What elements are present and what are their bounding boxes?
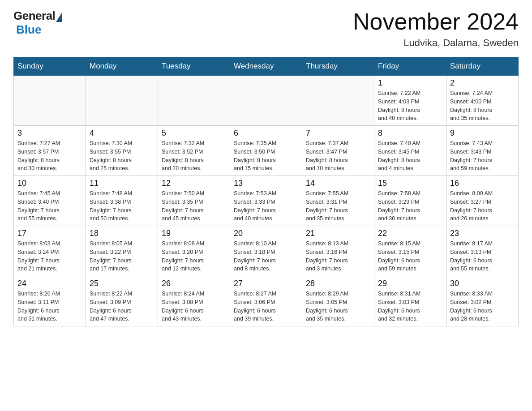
day-number: 20: [234, 229, 298, 238]
calendar-cell: 30Sunrise: 8:33 AM Sunset: 3:02 PM Dayli…: [446, 276, 519, 326]
day-info: Sunrise: 8:15 AM Sunset: 3:15 PM Dayligh…: [378, 240, 442, 273]
calendar-cell: [86, 76, 158, 126]
day-info: Sunrise: 7:30 AM Sunset: 3:55 PM Dayligh…: [90, 139, 154, 173]
day-info: Sunrise: 7:55 AM Sunset: 3:31 PM Dayligh…: [306, 189, 370, 223]
calendar-cell: 17Sunrise: 8:03 AM Sunset: 3:24 PM Dayli…: [14, 226, 86, 276]
day-info: Sunrise: 7:53 AM Sunset: 3:33 PM Dayligh…: [234, 189, 298, 223]
day-number: 17: [17, 229, 82, 238]
page-header: General Blue November 2024 Ludvika, Dala…: [13, 9, 519, 49]
day-number: 14: [306, 179, 370, 188]
calendar-cell: [230, 76, 302, 126]
day-number: 24: [17, 279, 82, 288]
day-number: 22: [378, 229, 442, 238]
day-info: Sunrise: 8:00 AM Sunset: 3:27 PM Dayligh…: [450, 189, 515, 223]
day-info: Sunrise: 7:45 AM Sunset: 3:40 PM Dayligh…: [17, 189, 82, 223]
day-number: 28: [306, 279, 370, 288]
day-number: 30: [450, 279, 515, 288]
calendar-cell: 29Sunrise: 8:31 AM Sunset: 3:03 PM Dayli…: [374, 276, 446, 326]
day-number: 16: [450, 179, 515, 188]
day-number: 4: [90, 128, 154, 138]
day-number: 27: [234, 279, 298, 288]
weekday-header-sunday: Sunday: [14, 57, 86, 76]
logo-triangle-icon: [56, 12, 62, 22]
calendar-cell: 10Sunrise: 7:45 AM Sunset: 3:40 PM Dayli…: [14, 176, 86, 226]
calendar-cell: 23Sunrise: 8:17 AM Sunset: 3:13 PM Dayli…: [446, 226, 519, 276]
day-number: 19: [162, 229, 226, 238]
day-number: 3: [17, 128, 82, 138]
day-info: Sunrise: 7:37 AM Sunset: 3:47 PM Dayligh…: [306, 139, 370, 173]
day-info: Sunrise: 8:05 AM Sunset: 3:22 PM Dayligh…: [90, 240, 154, 273]
day-info: Sunrise: 7:40 AM Sunset: 3:45 PM Dayligh…: [378, 139, 442, 173]
calendar-header: SundayMondayTuesdayWednesdayThursdayFrid…: [14, 57, 519, 76]
calendar-subtitle: Ludvika, Dalarna, Sweden: [353, 37, 519, 49]
day-info: Sunrise: 8:31 AM Sunset: 3:03 PM Dayligh…: [378, 290, 442, 323]
day-number: 23: [450, 229, 515, 238]
weekday-header-tuesday: Tuesday: [158, 57, 230, 76]
calendar-cell: 8Sunrise: 7:40 AM Sunset: 3:45 PM Daylig…: [374, 126, 446, 176]
calendar-cell: 16Sunrise: 8:00 AM Sunset: 3:27 PM Dayli…: [446, 176, 519, 226]
calendar-cell: [14, 76, 86, 126]
calendar-cell: 25Sunrise: 8:22 AM Sunset: 3:09 PM Dayli…: [86, 276, 158, 326]
weekday-header-monday: Monday: [86, 57, 158, 76]
calendar-cell: 5Sunrise: 7:32 AM Sunset: 3:52 PM Daylig…: [158, 126, 230, 176]
weekday-header-saturday: Saturday: [446, 57, 519, 76]
day-number: 2: [450, 78, 515, 88]
day-number: 11: [90, 179, 154, 188]
day-info: Sunrise: 8:27 AM Sunset: 3:06 PM Dayligh…: [234, 290, 298, 323]
day-number: 8: [378, 128, 442, 138]
day-info: Sunrise: 7:35 AM Sunset: 3:50 PM Dayligh…: [234, 139, 298, 173]
day-info: Sunrise: 8:22 AM Sunset: 3:09 PM Dayligh…: [90, 290, 154, 323]
day-number: 25: [90, 279, 154, 288]
title-block: November 2024 Ludvika, Dalarna, Sweden: [353, 9, 519, 49]
weekday-header-friday: Friday: [374, 57, 446, 76]
day-number: 15: [378, 179, 442, 188]
calendar-cell: 21Sunrise: 8:13 AM Sunset: 3:16 PM Dayli…: [302, 226, 374, 276]
day-info: Sunrise: 8:03 AM Sunset: 3:24 PM Dayligh…: [17, 240, 82, 273]
day-info: Sunrise: 8:33 AM Sunset: 3:02 PM Dayligh…: [450, 290, 515, 323]
calendar-cell: 19Sunrise: 8:08 AM Sunset: 3:20 PM Dayli…: [158, 226, 230, 276]
day-number: 5: [162, 128, 226, 138]
calendar-cell: 4Sunrise: 7:30 AM Sunset: 3:55 PM Daylig…: [86, 126, 158, 176]
day-number: 13: [234, 179, 298, 188]
calendar-cell: 1Sunrise: 7:22 AM Sunset: 4:03 PM Daylig…: [374, 76, 446, 126]
week-row-2: 3Sunrise: 7:27 AM Sunset: 3:57 PM Daylig…: [14, 126, 519, 176]
calendar-cell: 24Sunrise: 8:20 AM Sunset: 3:11 PM Dayli…: [14, 276, 86, 326]
week-row-1: 1Sunrise: 7:22 AM Sunset: 4:03 PM Daylig…: [14, 76, 519, 126]
day-info: Sunrise: 8:20 AM Sunset: 3:11 PM Dayligh…: [17, 290, 82, 323]
calendar-cell: 14Sunrise: 7:55 AM Sunset: 3:31 PM Dayli…: [302, 176, 374, 226]
day-info: Sunrise: 7:22 AM Sunset: 4:03 PM Dayligh…: [378, 89, 442, 123]
calendar-cell: 20Sunrise: 8:10 AM Sunset: 3:18 PM Dayli…: [230, 226, 302, 276]
day-number: 26: [162, 279, 226, 288]
day-info: Sunrise: 8:13 AM Sunset: 3:16 PM Dayligh…: [306, 240, 370, 273]
calendar-cell: 12Sunrise: 7:50 AM Sunset: 3:35 PM Dayli…: [158, 176, 230, 226]
day-number: 9: [450, 128, 515, 138]
day-number: 6: [234, 128, 298, 138]
day-info: Sunrise: 8:17 AM Sunset: 3:13 PM Dayligh…: [450, 240, 515, 273]
calendar-cell: 2Sunrise: 7:24 AM Sunset: 4:00 PM Daylig…: [446, 76, 519, 126]
calendar-cell: 9Sunrise: 7:43 AM Sunset: 3:43 PM Daylig…: [446, 126, 519, 176]
day-info: Sunrise: 8:10 AM Sunset: 3:18 PM Dayligh…: [234, 240, 298, 273]
logo-general-text: General: [13, 9, 55, 23]
day-info: Sunrise: 8:08 AM Sunset: 3:20 PM Dayligh…: [162, 240, 226, 273]
calendar-cell: 28Sunrise: 8:29 AM Sunset: 3:05 PM Dayli…: [302, 276, 374, 326]
calendar-table: SundayMondayTuesdayWednesdayThursdayFrid…: [13, 57, 519, 326]
day-info: Sunrise: 7:43 AM Sunset: 3:43 PM Dayligh…: [450, 139, 515, 173]
calendar-cell: 3Sunrise: 7:27 AM Sunset: 3:57 PM Daylig…: [14, 126, 86, 176]
calendar-cell: 6Sunrise: 7:35 AM Sunset: 3:50 PM Daylig…: [230, 126, 302, 176]
logo: General Blue: [13, 9, 62, 37]
day-info: Sunrise: 7:24 AM Sunset: 4:00 PM Dayligh…: [450, 89, 515, 123]
weekday-header-row: SundayMondayTuesdayWednesdayThursdayFrid…: [14, 57, 519, 76]
day-info: Sunrise: 7:50 AM Sunset: 3:35 PM Dayligh…: [162, 189, 226, 223]
week-row-4: 17Sunrise: 8:03 AM Sunset: 3:24 PM Dayli…: [14, 226, 519, 276]
calendar-cell: 27Sunrise: 8:27 AM Sunset: 3:06 PM Dayli…: [230, 276, 302, 326]
day-number: 10: [17, 179, 82, 188]
day-info: Sunrise: 8:24 AM Sunset: 3:08 PM Dayligh…: [162, 290, 226, 323]
weekday-header-thursday: Thursday: [302, 57, 374, 76]
day-info: Sunrise: 7:58 AM Sunset: 3:29 PM Dayligh…: [378, 189, 442, 223]
logo-blue-text: Blue: [16, 23, 41, 37]
day-info: Sunrise: 8:29 AM Sunset: 3:05 PM Dayligh…: [306, 290, 370, 323]
day-number: 21: [306, 229, 370, 238]
calendar-cell: 15Sunrise: 7:58 AM Sunset: 3:29 PM Dayli…: [374, 176, 446, 226]
day-number: 18: [90, 229, 154, 238]
calendar-cell: [158, 76, 230, 126]
